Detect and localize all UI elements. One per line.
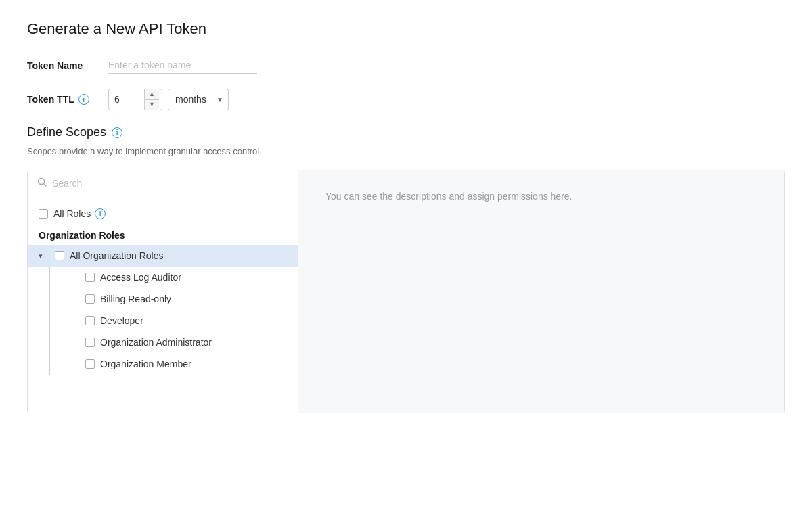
sub-role-row-billing-read-only[interactable]: Billing Read-only [50,288,298,310]
org-admin-label: Organization Administrator [100,337,212,348]
ttl-decrement-button[interactable]: ▼ [145,100,159,110]
token-ttl-unit-wrapper: minutes hours days months years ▼ [162,89,229,110]
token-ttl-row: Token TTL i ▲ ▼ minutes hours days month… [27,89,785,110]
all-org-roles-checkbox[interactable] [55,251,64,260]
access-log-auditor-label: Access Log Auditor [100,272,181,283]
all-roles-label-group: All Roles i [53,208,106,219]
token-ttl-number-wrapper: ▲ ▼ [108,89,162,110]
token-name-row: Token Name [27,57,785,74]
roles-list: All Roles i Organization Roles ▾ All Org… [28,196,298,382]
all-roles-checkbox[interactable] [39,209,48,218]
all-roles-label: All Roles [53,208,91,219]
sub-role-row-access-log-auditor[interactable]: Access Log Auditor [50,267,298,288]
page-title: Generate a New API Token [27,20,785,38]
token-ttl-label: Token TTL [27,94,74,105]
all-roles-info-icon[interactable]: i [95,208,106,219]
sub-role-row-developer[interactable]: Developer [50,310,298,331]
search-icon [37,177,47,189]
developer-label: Developer [100,315,143,326]
token-ttl-info-icon[interactable]: i [78,94,89,105]
all-roles-row[interactable]: All Roles i [28,203,298,225]
ttl-increment-button[interactable]: ▲ [145,89,159,100]
sub-role-row-org-member[interactable]: Organization Member [50,353,298,375]
token-ttl-number-input[interactable] [109,89,144,110]
scope-description: Scopes provide a way to implement granul… [27,146,785,156]
org-member-label: Organization Member [100,359,191,369]
scopes-left-panel: All Roles i Organization Roles ▾ All Org… [28,170,298,413]
define-scopes-heading: Define Scopes i [27,125,785,139]
token-ttl-spinner: ▲ ▼ [144,89,159,110]
token-name-input[interactable] [108,57,257,74]
sub-role-row-org-admin[interactable]: Organization Administrator [50,331,298,353]
svg-line-1 [44,184,47,187]
page-container: Generate a New API Token Token Name Toke… [0,0,812,506]
sub-roles-inner: Access Log Auditor Billing Read-only Dev… [50,267,298,375]
search-bar [28,170,298,196]
all-org-roles-chevron-icon: ▾ [39,252,49,260]
access-log-auditor-checkbox[interactable] [85,273,95,282]
define-scopes-label: Define Scopes [27,125,106,139]
scopes-right-panel: You can see the descriptions and assign … [298,170,784,413]
all-org-roles-row[interactable]: ▾ All Organization Roles [28,245,298,267]
developer-checkbox[interactable] [85,316,95,325]
token-name-label: Token Name [27,60,108,71]
scopes-right-placeholder-text: You can see the descriptions and assign … [325,191,572,202]
token-ttl-label-group: Token TTL i [27,94,108,105]
define-scopes-info-icon[interactable]: i [112,127,122,138]
org-member-checkbox[interactable] [85,359,95,369]
all-org-roles-label: All Organization Roles [70,250,164,261]
token-ttl-unit-select[interactable]: minutes hours days months years [168,89,229,110]
org-roles-header: Organization Roles [28,225,298,245]
scopes-panel: All Roles i Organization Roles ▾ All Org… [27,170,785,413]
search-input[interactable] [52,178,288,189]
billing-read-only-checkbox[interactable] [85,294,95,304]
sub-roles-container: Access Log Auditor Billing Read-only Dev… [28,267,298,375]
billing-read-only-label: Billing Read-only [100,294,171,304]
org-admin-checkbox[interactable] [85,338,95,347]
